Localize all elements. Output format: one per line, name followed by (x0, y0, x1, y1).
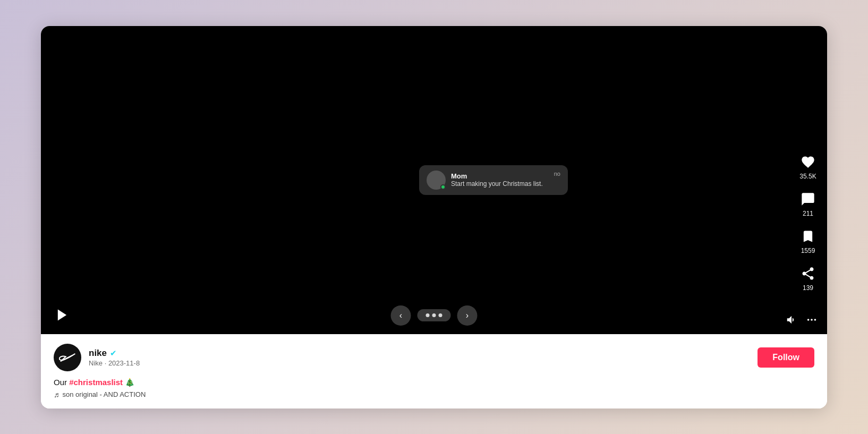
notif-message: Start making your Christmas list. (451, 180, 543, 188)
separator: · (105, 359, 108, 367)
dot-2 (432, 313, 436, 317)
user-name-row: nike ✔ (89, 348, 750, 359)
notif-sender: Mom (451, 172, 543, 180)
online-indicator (440, 184, 446, 190)
share-button[interactable]: 139 (798, 264, 818, 292)
music-row: ♬ son original - AND ACTION (54, 390, 814, 399)
volume-button[interactable] (786, 314, 797, 326)
video-actions: 35.5K 211 1559 139 (798, 152, 818, 292)
video-pagination: ‹ › (391, 305, 478, 326)
svg-point-1 (807, 319, 810, 321)
bookmark-count: 1559 (801, 247, 815, 254)
svg-point-2 (811, 319, 813, 321)
comment-button[interactable]: 211 (798, 190, 818, 217)
dot-3 (439, 313, 442, 317)
user-handle: Nike (89, 359, 103, 367)
share-icon (798, 264, 818, 283)
like-count: 35.5K (799, 173, 816, 180)
heart-icon (798, 152, 818, 172)
prev-button[interactable]: ‹ (391, 305, 411, 326)
caption: Our #christmaslist 🎄 (54, 378, 814, 387)
dots-button[interactable] (418, 309, 451, 321)
music-icon: ♬ (54, 390, 59, 399)
verified-icon: ✔ (110, 348, 117, 358)
video-card: Mom Start making your Christmas list. no… (41, 26, 827, 409)
bookmark-button[interactable]: 1559 (798, 227, 818, 254)
hashtag[interactable]: #christmaslist (69, 378, 123, 387)
follow-button[interactable]: Follow (758, 347, 814, 368)
caption-prefix: Our (54, 378, 69, 387)
comment-count: 211 (803, 210, 813, 217)
info-area: nike ✔ Nike · 2023-11-8 Follow Our #chri… (41, 334, 827, 409)
play-button[interactable] (54, 307, 71, 324)
svg-point-3 (814, 319, 816, 321)
notif-avatar (427, 171, 446, 190)
video-area: Mom Start making your Christmas list. no… (41, 26, 827, 334)
share-count: 139 (803, 284, 813, 292)
user-row: nike ✔ Nike · 2023-11-8 Follow (54, 344, 814, 371)
notif-content: Mom Start making your Christmas list. (451, 172, 543, 188)
svg-marker-0 (58, 309, 66, 320)
caption-emoji: 🎄 (125, 378, 135, 387)
avatar (54, 344, 81, 371)
notification-popup: Mom Start making your Christmas list. no (419, 165, 568, 195)
bookmark-icon (798, 227, 818, 246)
notif-time: no (554, 171, 560, 177)
user-info: nike ✔ Nike · 2023-11-8 (89, 348, 750, 367)
post-date: 2023-11-8 (108, 359, 140, 367)
next-button[interactable]: › (457, 305, 478, 326)
comment-icon (798, 190, 818, 209)
video-bottom-bar (786, 314, 818, 326)
music-text: son original - AND ACTION (63, 390, 146, 398)
like-button[interactable]: 35.5K (798, 152, 818, 180)
user-handle-date: Nike · 2023-11-8 (89, 359, 750, 367)
more-options-button[interactable] (806, 314, 818, 326)
dot-1 (426, 313, 430, 317)
username: nike (89, 348, 107, 359)
